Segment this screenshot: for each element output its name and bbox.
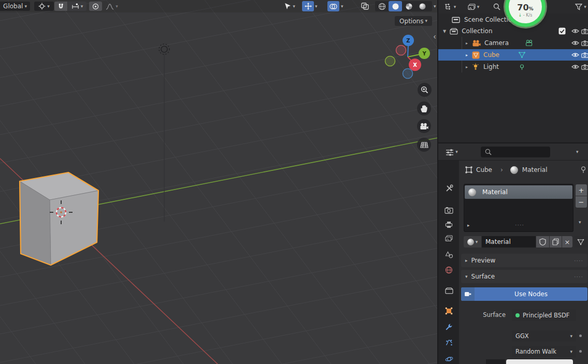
use-nodes-button[interactable]: Use Nodes [461,287,587,301]
pan-button[interactable] [417,101,431,115]
hide-viewport-eye-icon[interactable] [571,52,579,57]
collection-checkbox[interactable] [558,27,566,35]
fake-user-button[interactable] [536,236,549,247]
browse-material-dropdown[interactable]: ▾ [464,236,481,247]
scene-collection-icon [452,17,460,23]
preview-panel-header[interactable]: ▸ Preview ···· [461,254,587,267]
panel-grip[interactable]: ···· [574,257,583,264]
subsurface-method-dropdown[interactable]: Random Walk ▾ [512,346,576,357]
add-slot-button[interactable]: + [576,184,587,196]
pivot-point-dropdown[interactable]: ▾ [34,2,54,11]
disable-render-camera-icon[interactable] [581,28,588,34]
tab-particles[interactable] [444,338,453,347]
hide-viewport-eye-icon[interactable] [571,28,579,34]
material-slot-selected[interactable]: Material [465,185,572,199]
particles-icon [445,339,453,346]
camera-view-button[interactable] [417,119,431,133]
show-gizmo-dropdown[interactable]: ▾ [280,2,299,11]
resize-grip[interactable]: ···· [515,222,524,228]
proportional-editing-toggle[interactable] [89,2,102,11]
distribution-dropdown[interactable]: GGX ▾ [512,330,576,342]
link-material-dropdown[interactable] [574,236,587,247]
slot-list-expander[interactable]: ▸ [467,223,470,228]
transform-orientation-dropdown[interactable]: Global ▾ [0,2,30,11]
proportional-falloff-dropdown[interactable]: ▾ [103,2,121,11]
new-material-copy-button[interactable] [550,236,562,247]
tab-modifiers[interactable] [444,323,453,331]
hide-viewport-eye-icon[interactable] [571,40,579,46]
animate-property-dot[interactable] [579,350,582,353]
options-dropdown[interactable]: Options ▾ [395,16,432,26]
tab-tool[interactable] [444,184,453,193]
material-name-input[interactable]: Material [482,236,536,247]
toggle-view-button[interactable] [417,138,431,152]
outliner-row-camera[interactable]: ▸ Camera [438,37,588,49]
snap-toggle-button[interactable] [54,2,67,11]
pin-icon[interactable] [580,166,586,173]
editor-type-dropdown[interactable]: ▾ [441,2,459,11]
material-sphere-icon[interactable] [510,166,518,174]
disclosure-triangle-icon[interactable]: ▸ [466,41,468,46]
shading-material-button[interactable] [402,1,415,11]
axis-x-neg-handle [396,46,406,55]
outliner-search-button[interactable] [492,3,501,11]
shading-solid-button[interactable] [389,1,402,11]
surface-shader-button[interactable]: Principled BSDF [512,310,576,321]
light-object-icon [472,63,479,70]
overlays-toggle[interactable] [327,1,339,11]
unlink-material-button[interactable]: × [562,236,572,247]
viewport-gizmos-toggle[interactable] [302,1,314,11]
disable-render-camera-icon[interactable] [581,64,588,70]
tab-physics[interactable] [444,355,453,363]
outliner-row-collection[interactable]: ▼ Collection [438,25,588,37]
disclosure-triangle-icon[interactable]: ▸ [466,65,468,69]
disable-render-camera-icon[interactable] [581,40,588,46]
clipped-field[interactable] [486,359,505,364]
tab-object-properties[interactable] [444,307,453,315]
hide-viewport-eye-icon[interactable] [571,64,579,69]
slot-specials-dropdown[interactable]: ▾ [579,220,581,225]
chevron-down-icon[interactable]: ▾ [315,4,318,9]
object-icon[interactable] [465,166,472,173]
snap-with-dropdown[interactable]: ▾ [68,2,87,11]
tab-world[interactable] [444,266,453,274]
tab-collection-properties[interactable] [444,286,453,295]
chevron-down-icon[interactable]: ▾ [576,150,579,154]
animate-property-dot[interactable] [579,334,582,337]
material-sphere-icon [467,239,474,245]
chevron-down-icon[interactable]: ▾ [341,4,343,9]
pivot-point-icon [38,3,46,10]
outliner-row-cube-selected[interactable]: ▸ Cube [438,49,588,61]
base-color-swatch[interactable] [506,359,573,364]
outliner-row-light[interactable]: ▸ Light [438,61,588,72]
breadcrumb-object-label[interactable]: Cube [476,166,492,173]
scene-icon [445,251,453,258]
tab-output[interactable] [444,220,453,229]
disclosure-triangle-icon[interactable]: ▼ [443,29,446,34]
properties-search-input[interactable] [481,147,550,157]
chevron-down-icon[interactable]: ▾ [434,4,436,9]
disable-render-camera-icon[interactable] [581,52,588,58]
surface-panel-header[interactable]: ▾ Surface ···· [461,270,587,283]
options-label: Options [399,18,423,25]
material-slot-list[interactable]: Material ▸ ···· [464,184,573,232]
panel-grip[interactable]: ···· [574,273,583,280]
surface-panel-label: Surface [471,273,495,280]
display-mode-dropdown[interactable]: ▾ [464,2,483,11]
chevron-down-icon: ▾ [293,4,295,9]
navigation-gizmo[interactable]: Z Y X [383,31,435,80]
filter-dropdown[interactable]: ▾ [573,2,588,11]
tab-scene[interactable] [444,250,453,259]
remove-slot-button[interactable]: − [576,196,587,208]
viewport-3d[interactable]: Global ▾ ▾ ▾ [0,0,438,364]
disclosure-triangle-icon[interactable]: ▸ [466,53,468,57]
editor-type-dropdown[interactable]: ▾ [442,147,461,157]
breadcrumb-data-label[interactable]: Material [522,166,548,173]
tab-render[interactable] [444,206,453,214]
tab-view-layer[interactable] [444,234,453,243]
shading-rendered-button[interactable] [415,1,429,11]
zoom-button[interactable] [418,83,432,97]
shading-wireframe-button[interactable] [375,1,389,11]
xray-toggle[interactable] [358,1,371,11]
sidebar-collapse-arrow[interactable]: ‹ [433,32,436,41]
